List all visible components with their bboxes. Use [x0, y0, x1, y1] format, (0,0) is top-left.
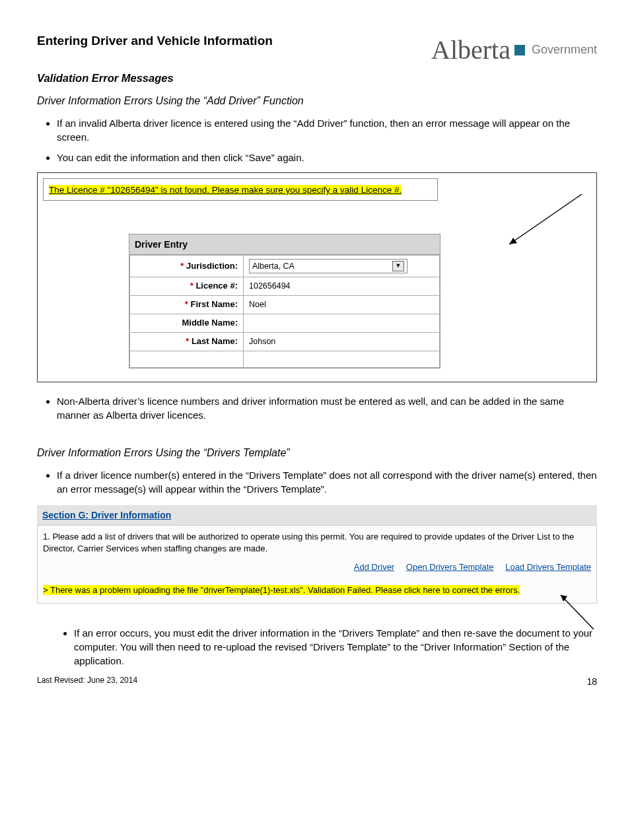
section-g-body: 1. Please add a list of drivers that wil… [37, 525, 597, 604]
subsection-heading: Driver Information Errors Using the “Add… [37, 94, 597, 108]
section-g-header[interactable]: Section G: Driver Information [37, 505, 597, 525]
panel-title: Driver Entry [129, 234, 440, 255]
bullet-item: Non-Alberta driver’s licence numbers and… [57, 394, 597, 422]
error-message-text: The Licence # "102656494" is not found. … [49, 185, 402, 195]
bullet-item: If an invalid Alberta driver licence is … [57, 116, 597, 144]
section-g-instruction: 1. Please add a list of drivers that wil… [43, 531, 591, 554]
logo-wordmark: Alberta [431, 33, 511, 67]
subsection-heading: Driver Information Errors Using the “Dri… [37, 446, 597, 460]
last-name-input[interactable]: Johson [249, 337, 275, 346]
footer-revised: Last Revised: June 23, 2014 [37, 676, 137, 687]
add-driver-link[interactable]: Add Driver [354, 562, 394, 572]
driver-entry-panel: Driver Entry * Jurisdiction: Alberta, CA… [129, 234, 440, 368]
jurisdiction-value: Alberta, CA [252, 261, 295, 271]
open-template-link[interactable]: Open Drivers Template [406, 562, 494, 572]
svg-line-0 [509, 194, 582, 244]
licence-input[interactable]: 102656494 [249, 281, 291, 291]
first-name-input[interactable]: Noel [249, 300, 266, 309]
screenshot-error-panel: The Licence # "102656494" is not found. … [37, 172, 597, 382]
jurisdiction-label: Jurisdiction: [186, 261, 238, 271]
alberta-logo: Alberta Government [431, 33, 597, 67]
upload-error-text[interactable]: > There was a problem uploading the file… [43, 585, 520, 595]
licence-label: Licence #: [195, 281, 238, 291]
load-template-link[interactable]: Load Drivers Template [505, 562, 591, 572]
bullet-item: You can edit the information and then cl… [57, 151, 597, 164]
svg-line-2 [561, 595, 594, 629]
bullet-item: If a driver licence number(s) entered in… [57, 468, 597, 496]
section-heading: Validation Error Messages [37, 71, 597, 85]
page-number: 18 [586, 676, 597, 687]
logo-bar-icon [514, 45, 525, 55]
arrow-icon [554, 590, 600, 636]
bullet-item: If an error occurs, you must edit the dr… [74, 626, 597, 668]
arrow-icon [489, 192, 588, 258]
page-title: Entering Driver and Vehicle Information [37, 33, 273, 50]
error-message-box: The Licence # "102656494" is not found. … [43, 178, 438, 201]
logo-government: Government [532, 42, 597, 57]
jurisdiction-select[interactable]: Alberta, CA ▼ [249, 259, 407, 273]
last-name-label: Last Name: [192, 336, 238, 346]
first-name-label: First Name: [190, 299, 238, 309]
svg-marker-1 [509, 238, 517, 244]
chevron-down-icon: ▼ [392, 261, 404, 271]
middle-name-label: Middle Name: [182, 318, 238, 328]
